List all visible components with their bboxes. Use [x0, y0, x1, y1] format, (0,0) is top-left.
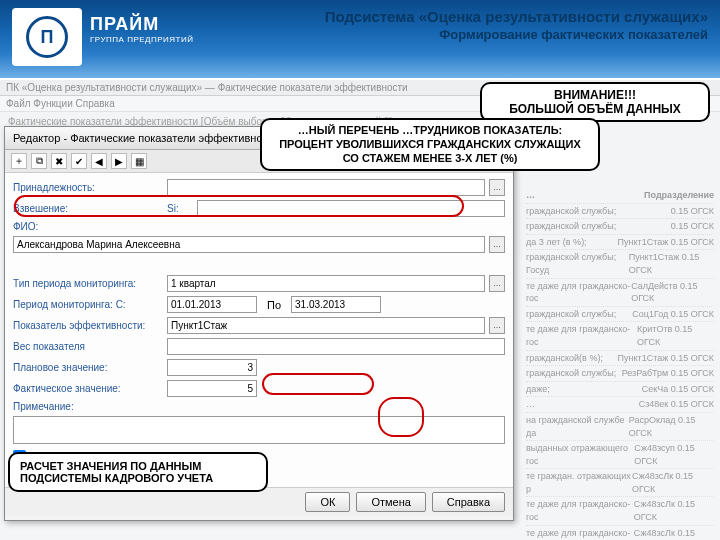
label-fact: Фактическое значение:	[13, 383, 163, 394]
toolbar-apply-icon[interactable]: ✔	[71, 153, 87, 169]
page-subtitle: Формирование фактических показателей	[325, 27, 708, 42]
brand-sub: ГРУППА ПРЕДПРИЯТИЙ	[90, 35, 193, 44]
input-note[interactable]	[13, 416, 505, 444]
help-button[interactable]: Справка	[432, 492, 505, 512]
ok-button[interactable]: ОК	[305, 492, 350, 512]
label-plan: Плановое значение:	[13, 362, 163, 373]
bg-col-dept: Подразделение	[644, 189, 714, 202]
toolbar-add-icon[interactable]: ＋	[11, 153, 27, 169]
bg-data-row: гражданской службы;0.15 ОГСК	[526, 204, 714, 220]
label-period-type: Тип периода мониторинга:	[13, 278, 163, 289]
label-si: Si:	[167, 203, 193, 214]
slide-header: П ПРАЙМ ГРУППА ПРЕДПРИЯТИЙ Подсистема «О…	[0, 0, 720, 78]
input-date-from[interactable]	[167, 296, 257, 313]
input-plan[interactable]	[167, 359, 257, 376]
lookup-efficiency-icon[interactable]: …	[489, 317, 505, 334]
bg-data-row: те даже для гражданско-госСалДейств 0.15…	[526, 279, 714, 307]
input-fio[interactable]	[13, 236, 485, 253]
toolbar-copy-icon[interactable]: ⧉	[31, 153, 47, 169]
input-fact[interactable]	[167, 380, 257, 397]
input-date-to[interactable]	[291, 296, 381, 313]
label-efficiency: Показатель эффективности:	[13, 320, 163, 331]
input-period-type[interactable]	[167, 275, 485, 292]
input-weight-ind[interactable]	[167, 338, 505, 355]
toolbar-next-icon[interactable]: ▶	[111, 153, 127, 169]
bg-data-row: гражданской службы;Соц1Год 0.15 ОГСК	[526, 307, 714, 323]
bg-data-row: гражданской службы;0.15 ОГСК	[526, 219, 714, 235]
bg-data-row: гражданской службы;РезРабТрм 0.15 ОГСК	[526, 366, 714, 382]
input-si[interactable]	[197, 200, 505, 217]
label-period: Период мониторинга: С:	[13, 299, 163, 310]
bg-data-row: …Сз48ек 0.15 ОГСК	[526, 397, 714, 413]
callout-warning: ВНИМАНИЕ!!! БОЛЬШОЙ ОБЪЁМ ДАННЫХ	[480, 82, 710, 122]
callout-warning-l1: ВНИМАНИЕ!!!	[490, 88, 700, 102]
bg-data-row: даже;СекЧа 0.15 ОГСК	[526, 382, 714, 398]
lookup-period-type-icon[interactable]: …	[489, 275, 505, 292]
bg-data-row: те даже для гражданско-госСж48зсЛк 0.15 …	[526, 497, 714, 525]
logo-icon: П	[26, 16, 68, 58]
bg-data-grid: … Подразделение гражданской службы;0.15 …	[526, 188, 714, 540]
input-belong[interactable]	[167, 179, 485, 196]
brand: ПРАЙМ ГРУППА ПРЕДПРИЯТИЙ	[90, 14, 193, 44]
label-fio: ФИО:	[13, 221, 163, 232]
callout-indicator: …НЫЙ ПЕРЕЧЕНЬ …ТРУДНИКОВ ПОКАЗАТЕЛЬ: ПРО…	[260, 118, 600, 171]
bg-data-row: да 3 лет (в %);Пункт1Стаж 0.15 ОГСК	[526, 235, 714, 251]
toolbar-delete-icon[interactable]: ✖	[51, 153, 67, 169]
slide-title: Подсистема «Оценка результативности служ…	[325, 8, 708, 42]
bg-data-row: те граждан. отражающих рСж48зсЛк 0.15 ОГ…	[526, 469, 714, 497]
brand-title: ПРАЙМ	[90, 14, 193, 35]
page-title: Подсистема «Оценка результативности служ…	[325, 8, 708, 25]
toolbar-prev-icon[interactable]: ◀	[91, 153, 107, 169]
input-efficiency[interactable]	[167, 317, 485, 334]
logo: П	[12, 8, 82, 66]
label-date-to: По	[261, 299, 287, 311]
bg-data-row: гражданской(в %);Пункт1Стаж 0.15 ОГСК	[526, 351, 714, 367]
toolbar-calc-icon[interactable]: ▦	[131, 153, 147, 169]
bg-data-row: те даже для гражданско-госКритОтв 0.15 О…	[526, 322, 714, 350]
cancel-button[interactable]: Отмена	[356, 492, 425, 512]
bg-data-row: гражданской службы; ГосудПункт1Стаж 0.15…	[526, 250, 714, 278]
bg-data-row: выданных отражающего госСж48зсуп 0.15 ОГ…	[526, 441, 714, 469]
bg-data-row: на гражданской службе даРасрОклад 0.15 О…	[526, 413, 714, 441]
label-note: Примечание:	[13, 401, 163, 412]
editor-title-text: Редактор - Фактические показатели эффект…	[13, 132, 279, 144]
label-weight-ind: Вес показателя	[13, 341, 163, 352]
callout-calc: РАСЧЕТ ЗНАЧЕНИЯ ПО ДАННЫМ ПОДСИСТЕМЫ КАД…	[8, 452, 268, 492]
bg-col-label: …	[526, 189, 535, 202]
label-belong: Принадлежность:	[13, 182, 163, 193]
bg-data-row: те даже для гражданско-госСж48зсЛк 0.15 …	[526, 526, 714, 540]
label-weight: Взвешение:	[13, 203, 163, 214]
lookup-belong-icon[interactable]: …	[489, 179, 505, 196]
lookup-fio-icon[interactable]: …	[489, 236, 505, 253]
callout-warning-l2: БОЛЬШОЙ ОБЪЁМ ДАННЫХ	[490, 102, 700, 116]
